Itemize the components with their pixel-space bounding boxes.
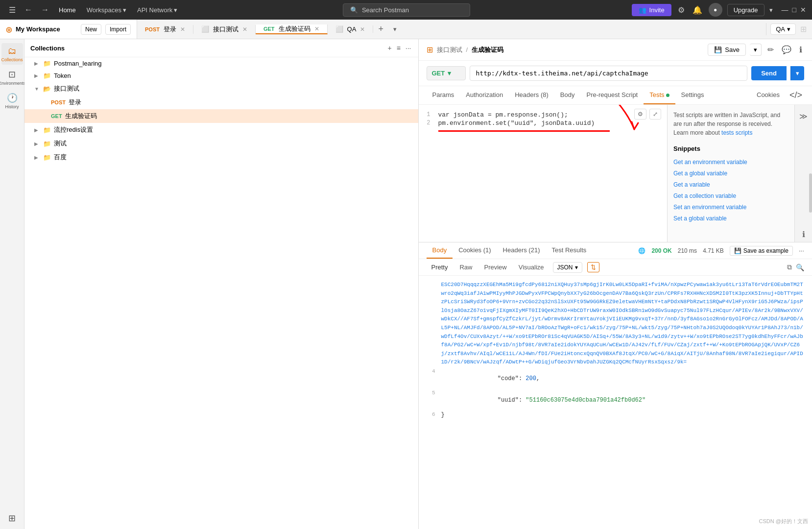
- tree-item-postman-learning[interactable]: ▶ 📁 Postman_learing: [24, 57, 418, 70]
- tab-body[interactable]: Body: [554, 86, 581, 104]
- api-network-menu[interactable]: API Network ▾: [133, 6, 181, 14]
- breadcrumb-parent[interactable]: 接口测试: [437, 46, 462, 54]
- back-button[interactable]: ←: [22, 4, 35, 15]
- collections-more-button[interactable]: ···: [405, 43, 412, 53]
- bottom-tab-body[interactable]: Body: [427, 242, 453, 259]
- import-button[interactable]: Import: [105, 24, 131, 35]
- save-example-button[interactable]: 💾 Save as example: [730, 246, 793, 256]
- resp-url-content[interactable]: ESC20D7HqqqzzXEGEhMa5Mi9gfcdPy6812niXQHu…: [441, 281, 805, 367]
- workspaces-menu[interactable]: Workspaces ▾: [83, 6, 130, 14]
- right-info-button[interactable]: ℹ: [799, 227, 808, 242]
- tree-item-get-captcha[interactable]: GET 生成验证码: [24, 109, 418, 123]
- bottom-tab-cookies[interactable]: Cookies (1): [453, 242, 497, 259]
- code-snippet-button[interactable]: </>: [788, 90, 804, 100]
- tab-close-login[interactable]: ✕: [180, 26, 185, 33]
- snippets-section: Snippets Get an environment variable Get…: [673, 145, 788, 224]
- tree-item-baidu[interactable]: ▶ 📁 百度: [24, 150, 418, 164]
- send-dropdown-button[interactable]: ▾: [790, 66, 804, 80]
- tab-settings[interactable]: Settings: [675, 86, 710, 104]
- json-string: "51160c63075e4d0cbaa7901a42fb0d62": [525, 397, 645, 404]
- tab-headers[interactable]: Headers (8): [509, 86, 554, 104]
- save-button[interactable]: 💾 Save as example Save: [708, 44, 746, 56]
- resp-tab-preview[interactable]: Preview: [479, 261, 511, 273]
- info-button[interactable]: ℹ: [797, 43, 804, 56]
- snippet-link[interactable]: Set an environment variable: [673, 204, 746, 211]
- send-button[interactable]: Send: [751, 66, 787, 80]
- tab-post-login[interactable]: POST 登录 ✕: [137, 25, 193, 34]
- invite-button[interactable]: 👥 Invite: [632, 4, 671, 16]
- bottom-tab-headers[interactable]: Headers (21): [497, 242, 546, 259]
- close-button[interactable]: ✕: [800, 6, 806, 14]
- tree-item-interface-test[interactable]: ▼ 📂 接口测试: [24, 82, 418, 96]
- tab-cookies[interactable]: Cookies: [751, 86, 786, 104]
- environments-icon-button[interactable]: ⊡ Environments: [1, 67, 23, 88]
- menu-button[interactable]: ☰: [6, 4, 19, 16]
- avatar-button[interactable]: ●: [709, 3, 722, 17]
- comment-button[interactable]: 💬: [780, 43, 793, 56]
- sidebar-panel: Collections + ≡ ··· ▶ 📁 Postman_learing …: [24, 39, 419, 529]
- watermark: CSDN @好的！文西: [759, 518, 808, 525]
- add-collection-button[interactable]: +: [386, 43, 392, 53]
- tab-close-interface[interactable]: ✕: [242, 26, 247, 33]
- tab-tests[interactable]: Tests: [644, 86, 675, 104]
- copy-button[interactable]: ⧉: [787, 263, 792, 271]
- snippet-link[interactable]: Get a variable: [673, 181, 710, 188]
- snippet-link[interactable]: Get an environment variable: [673, 159, 747, 166]
- json-key: "code": [498, 375, 519, 382]
- tab-close-qa[interactable]: ✕: [360, 26, 365, 33]
- tree-item-redis[interactable]: ▶ 📁 流控redis设置: [24, 123, 418, 137]
- snippet-link[interactable]: Get a global variable: [673, 170, 727, 177]
- tests-scripts-link[interactable]: tests scripts: [721, 129, 752, 136]
- editor-expand-button[interactable]: ⤢: [649, 109, 661, 120]
- minimize-button[interactable]: —: [782, 6, 788, 14]
- resp-tab-visualize[interactable]: Visualize: [514, 261, 549, 273]
- tab-interface-test[interactable]: ⬜ 接口测试 ✕: [193, 25, 256, 34]
- editor-settings-button[interactable]: ⚙: [634, 109, 646, 120]
- history-icon-button[interactable]: 🕐 History: [1, 90, 23, 112]
- upgrade-button[interactable]: Upgrade: [727, 4, 764, 16]
- right-expand-button[interactable]: ≫: [796, 109, 811, 124]
- secondary-panel-button[interactable]: ⊞: [799, 23, 808, 35]
- line-content: "code": 200,: [441, 368, 540, 389]
- format-selector[interactable]: JSON ▾: [553, 262, 582, 273]
- window-controls: — □ ✕: [782, 6, 806, 14]
- tree-item-post-login[interactable]: POST 登录: [24, 96, 418, 109]
- bottom-tab-test-results[interactable]: Test Results: [546, 242, 592, 259]
- snippet-link[interactable]: Set a global variable: [673, 215, 727, 222]
- tab-close-captcha[interactable]: ✕: [314, 25, 319, 32]
- tab-get-captcha[interactable]: GET 生成验证码 ✕: [256, 24, 328, 34]
- tab-prerequest[interactable]: Pre-request Script: [580, 86, 644, 104]
- tabs-area: POST 登录 ✕ ⬜ 接口测试 ✕ GET 生成验证码 ✕ ⬜ QA ✕ + …: [137, 24, 766, 34]
- tab-qa[interactable]: ⬜ QA ✕: [328, 25, 374, 33]
- resp-tab-pretty[interactable]: Pretty: [427, 261, 453, 273]
- maximize-button[interactable]: □: [792, 6, 796, 14]
- snippet-link[interactable]: Get a collection variable: [673, 192, 736, 199]
- method-selector[interactable]: GET ▾: [427, 66, 466, 80]
- search-box[interactable]: 🔍 Search Postman: [343, 3, 470, 17]
- collections-icon-button[interactable]: 🗂 Collections: [1, 43, 23, 65]
- collections-menu-button[interactable]: ≡: [396, 43, 402, 53]
- forward-button[interactable]: →: [38, 4, 52, 15]
- tree-item-token[interactable]: ▶ 📁 Token: [24, 70, 418, 82]
- save-dropdown-button[interactable]: ▾: [750, 44, 762, 56]
- home-link[interactable]: Home: [55, 6, 80, 14]
- tabs-dropdown-button[interactable]: ▾: [388, 25, 402, 33]
- tab-params[interactable]: Params: [427, 86, 460, 104]
- notifications-button[interactable]: 🔔: [691, 4, 704, 16]
- search-response-button[interactable]: 🔍: [796, 263, 804, 271]
- url-input[interactable]: [470, 66, 748, 81]
- more-icon-button[interactable]: ⊞: [1, 507, 23, 529]
- environment-selector[interactable]: QA ▾: [770, 24, 796, 35]
- workspace-name: My Workspace: [16, 25, 60, 33]
- more-options-button[interactable]: ···: [799, 247, 804, 254]
- add-tab-button[interactable]: +: [373, 24, 388, 34]
- sidebar-actions: + ≡ ···: [386, 43, 412, 53]
- new-button[interactable]: New: [81, 24, 101, 35]
- resp-tab-raw[interactable]: Raw: [454, 261, 477, 273]
- sort-button[interactable]: ⇅: [587, 262, 599, 272]
- edit-button[interactable]: ✏: [765, 43, 776, 56]
- tab-auth[interactable]: Authorization: [460, 86, 509, 104]
- code-editor[interactable]: 1 var jsonData = pm.response.json(); 2 p…: [419, 105, 666, 242]
- tree-item-test[interactable]: ▶ 📁 测试: [24, 137, 418, 150]
- settings-button[interactable]: ⚙: [676, 4, 686, 16]
